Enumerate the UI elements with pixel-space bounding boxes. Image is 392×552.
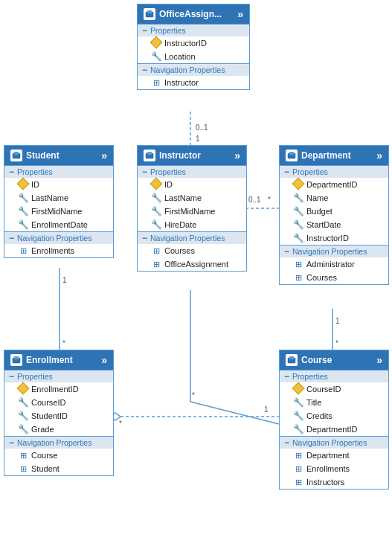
enrollment-prop-studentid: 🔧 StudentID	[4, 409, 113, 423]
entity-officeassignment-expand[interactable]: »	[237, 9, 243, 19]
instructor-properties-header: − Properties	[138, 165, 246, 178]
student-properties-header: − Properties	[4, 165, 113, 178]
wrench-icon: 🔧	[151, 193, 161, 203]
entity-student: Student » − Properties ID 🔧 LastName 🔧 F…	[4, 145, 114, 258]
entity-instructor-title: Instructor	[159, 150, 201, 161]
student-prop-id: ID	[4, 178, 113, 191]
wrench-icon: 🔧	[293, 206, 303, 216]
wrench-icon: 🔧	[18, 411, 28, 421]
wrench-icon: 🔧	[293, 219, 303, 230]
key-icon	[18, 384, 28, 394]
course-nav-department: ⊞ Department	[280, 449, 388, 462]
course-nav-enrollments: ⊞ Enrollments	[280, 462, 388, 475]
wrench-icon: 🔧	[151, 51, 161, 62]
course-properties-header: − Properties	[280, 370, 388, 382]
svg-line-10	[190, 402, 279, 424]
wrench-icon: 🔧	[18, 206, 28, 216]
course-nav-instructors: ⊞ Instructors	[280, 475, 388, 489]
nav-icon: ⊞	[151, 259, 161, 269]
key-icon	[151, 38, 161, 48]
nav-icon: ⊞	[293, 477, 303, 487]
instructor-prop-hiredate: 🔧 HireDate	[138, 218, 246, 231]
svg-rect-26	[289, 152, 294, 155]
nav-icon: ⊞	[293, 259, 303, 269]
instructor-nav-officeassignment: ⊞ OfficeAssignment	[138, 257, 246, 271]
course-prop-title: 🔧 Title	[280, 396, 388, 409]
entity-course-title: Course	[301, 355, 332, 365]
department-prop-budget: 🔧 Budget	[280, 205, 388, 218]
wrench-icon: 🔧	[293, 424, 303, 434]
svg-text:1: 1	[335, 317, 340, 325]
entity-department-expand[interactable]: »	[376, 150, 382, 161]
svg-text:*: *	[335, 339, 338, 347]
entity-instructor-expand[interactable]: »	[234, 150, 240, 161]
instructor-nav-courses: ⊞ Courses	[138, 244, 246, 257]
svg-text:*: *	[192, 391, 195, 399]
wrench-icon: 🔧	[293, 233, 303, 243]
department-prop-name: 🔧 Name	[280, 191, 388, 205]
nav-icon: ⊞	[293, 272, 303, 283]
officeassignment-prop-location: 🔧 Location	[138, 50, 249, 63]
entity-enrollment: Enrollment » − Properties EnrollmentID 🔧…	[4, 350, 114, 476]
student-prop-enrollmentdate: 🔧 EnrollmentDate	[4, 218, 113, 231]
entity-student-header: Student »	[4, 146, 113, 165]
department-nav-header: − Navigation Properties	[280, 245, 388, 257]
department-properties-header: − Properties	[280, 165, 388, 178]
department-nav-courses: ⊞ Courses	[280, 271, 388, 284]
svg-text:1: 1	[196, 135, 200, 143]
course-prop-departmentid: 🔧 DepartmentID	[280, 423, 388, 436]
wrench-icon: 🔧	[293, 397, 303, 408]
entity-course-expand[interactable]: »	[376, 355, 382, 365]
instructor-prop-firstmidname: 🔧 FirstMidName	[138, 205, 246, 218]
department-prop-instructorid: 🔧 InstructorID	[280, 231, 388, 245]
student-nav-enrollments: ⊞ Enrollments	[4, 244, 113, 257]
svg-rect-22	[14, 152, 19, 155]
svg-text:1: 1	[62, 276, 67, 284]
officeassignment-prop-instructorid: InstructorID	[138, 36, 249, 50]
enrollment-nav-course: ⊞ Course	[4, 449, 113, 462]
entity-enrollment-title: Enrollment	[26, 355, 73, 365]
entity-student-expand[interactable]: »	[101, 150, 107, 161]
entity-course: Course » − Properties CourseID 🔧 Title 🔧…	[279, 350, 389, 490]
entity-department-title: Department	[301, 150, 351, 161]
instructor-prop-id: ID	[138, 178, 246, 191]
svg-rect-30	[289, 356, 294, 359]
enrollment-prop-grade: 🔧 Grade	[4, 423, 113, 436]
entity-enrollment-expand[interactable]: »	[101, 355, 107, 365]
entity-instructor-header: Instructor »	[138, 146, 246, 165]
wrench-icon: 🔧	[293, 193, 303, 203]
svg-rect-24	[147, 152, 152, 155]
diagram-container: 0..1 1 1 * 0..1 * * 1 * * 1 Off	[0, 0, 392, 552]
svg-text:0..1: 0..1	[196, 123, 208, 132]
enrollment-prop-enrollmentid: EnrollmentID	[4, 382, 113, 396]
entity-officeassignment-icon	[144, 8, 155, 20]
entity-course-header: Course »	[280, 350, 388, 370]
student-nav-header: − Navigation Properties	[4, 231, 113, 244]
officeassignment-properties-header: − Properties	[138, 24, 249, 36]
entity-officeassignment-title: OfficeAssign...	[159, 9, 222, 19]
nav-icon: ⊞	[18, 245, 28, 256]
key-icon	[293, 179, 303, 190]
department-prop-departmentid: DepartmentID	[280, 178, 388, 191]
enrollment-nav-student: ⊞ Student	[4, 462, 113, 475]
course-nav-header: − Navigation Properties	[280, 436, 388, 449]
nav-icon: ⊞	[151, 245, 161, 256]
wrench-icon: 🔧	[18, 424, 28, 434]
nav-icon: ⊞	[293, 450, 303, 460]
entity-instructor-icon	[144, 150, 155, 161]
officeassignment-nav-instructor: ⊞ Instructor	[138, 76, 249, 89]
key-icon	[18, 179, 28, 190]
svg-text:*: *	[119, 420, 122, 428]
enrollment-prop-courseid: 🔧 CourseID	[4, 396, 113, 409]
wrench-icon: 🔧	[18, 193, 28, 203]
instructor-prop-lastname: 🔧 LastName	[138, 191, 246, 205]
instructor-nav-header: − Navigation Properties	[138, 231, 246, 244]
officeassignment-nav-header: − Navigation Properties	[138, 63, 249, 76]
enrollment-properties-header: − Properties	[4, 370, 113, 382]
nav-icon: ⊞	[293, 463, 303, 474]
entity-department-header: Department »	[280, 146, 388, 165]
wrench-icon: 🔧	[151, 219, 161, 230]
entity-enrollment-icon	[10, 354, 22, 366]
svg-text:0..1: 0..1	[248, 196, 261, 204]
wrench-icon: 🔧	[18, 219, 28, 230]
